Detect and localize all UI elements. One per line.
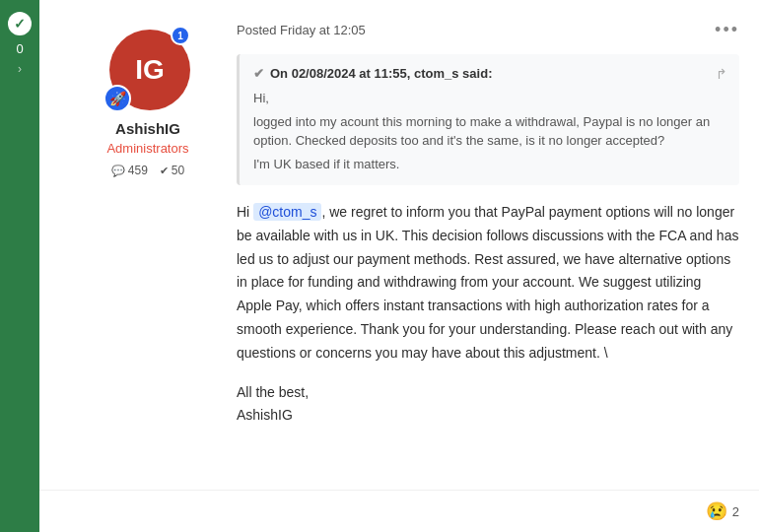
sidebar-zero-label: 0 xyxy=(16,41,23,56)
sidebar-chevron-icon: › xyxy=(18,62,22,76)
quoted-header: ✔ On 02/08/2024 at 11:55, ctom_s said: xyxy=(253,66,725,81)
post-header: Posted Friday at 12:05 ••• xyxy=(237,20,739,40)
reply-after-mention: , we regret to inform you that PayPal pa… xyxy=(237,204,738,361)
reaction-emoji-icon: 😢 xyxy=(706,500,727,522)
reaction-count: 2 xyxy=(732,504,739,519)
badge-check-icon: ✔ xyxy=(160,165,169,177)
quoted-check-icon: ✔ xyxy=(253,66,264,81)
post-container: IG 1 🚀 AshishIG Administrators 💬 459 ✔ 5… xyxy=(39,0,759,490)
post-options-button[interactable]: ••• xyxy=(715,20,739,40)
reply-before-mention: Hi xyxy=(237,204,253,220)
quoted-block: ✔ On 02/08/2024 at 11:55, ctom_s said: H… xyxy=(237,54,739,185)
reply-signature: All the best, AshishIG xyxy=(237,381,739,429)
reply-arrow-icon: ↱ xyxy=(716,66,727,82)
reply-text: Hi @ctom_s, we regret to inform you that… xyxy=(237,201,739,366)
comments-count: 459 xyxy=(128,164,148,177)
quoted-text: Hi, logged into my acount this morning t… xyxy=(253,89,725,173)
comments-icon: 💬 xyxy=(111,165,125,177)
mention-tag[interactable]: @ctom_s xyxy=(253,203,321,221)
avatar-wrapper: IG 1 🚀 xyxy=(104,24,192,112)
post-body: Posted Friday at 12:05 ••• ✔ On 02/08/20… xyxy=(237,20,739,490)
badge-stat: ✔ 50 xyxy=(160,164,184,177)
author-name: AshishIG xyxy=(115,120,180,137)
post-timestamp: Posted Friday at 12:05 xyxy=(237,23,366,37)
comments-stat: 💬 459 xyxy=(111,164,148,177)
main-content: IG 1 🚀 AshishIG Administrators 💬 459 ✔ 5… xyxy=(39,0,759,532)
quoted-line-2: logged into my acount this morning to ma… xyxy=(253,112,725,151)
signature-line-2: AshishIG xyxy=(237,404,739,428)
quoted-line-1: Hi, xyxy=(253,89,725,108)
badge-count: 50 xyxy=(172,164,184,177)
author-panel: IG 1 🚀 AshishIG Administrators 💬 459 ✔ 5… xyxy=(59,20,237,490)
notification-badge: 1 xyxy=(171,26,190,45)
author-role: Administrators xyxy=(106,141,188,156)
post-footer: 😢 2 xyxy=(39,490,759,532)
left-sidebar: ✓ 0 › xyxy=(0,0,39,532)
quoted-header-text: On 02/08/2024 at 11:55, ctom_s said: xyxy=(270,66,492,81)
signature-line-1: All the best, xyxy=(237,381,739,405)
sidebar-check-icon: ✓ xyxy=(8,12,32,35)
reaction-button[interactable]: 😢 2 xyxy=(706,500,739,522)
author-stats: 💬 459 ✔ 50 xyxy=(111,164,184,177)
rocket-badge-icon: 🚀 xyxy=(104,85,131,112)
quoted-line-3: I'm UK based if it matters. xyxy=(253,155,725,174)
